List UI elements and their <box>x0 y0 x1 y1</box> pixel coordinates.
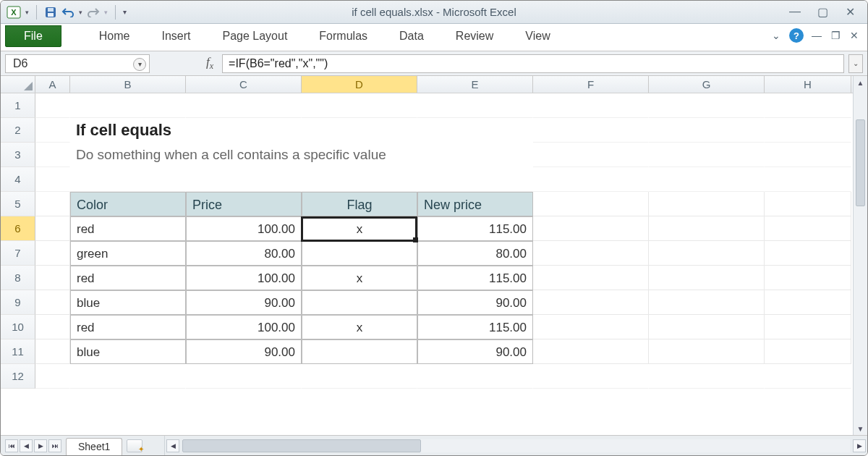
sheet-nav-first-icon[interactable]: ⏮ <box>5 439 18 452</box>
tab-insert[interactable]: Insert <box>145 24 206 51</box>
cell[interactable] <box>35 93 70 118</box>
workbook-minimize-icon[interactable]: — <box>811 30 822 41</box>
scroll-right-icon[interactable]: ▶ <box>853 439 866 452</box>
cell[interactable] <box>765 241 851 266</box>
cell[interactable] <box>533 167 649 192</box>
row-header-5[interactable]: 5 <box>1 192 35 216</box>
cell[interactable] <box>302 167 417 192</box>
cell[interactable] <box>417 93 533 118</box>
table-cell[interactable]: x <box>302 315 417 339</box>
col-header-A[interactable]: A <box>35 76 70 93</box>
table-cell[interactable]: 80.00 <box>417 241 533 266</box>
cell[interactable] <box>35 241 70 266</box>
row-header-11[interactable]: 11 <box>1 339 35 364</box>
table-cell[interactable] <box>302 241 417 266</box>
scroll-down-icon[interactable]: ▼ <box>854 422 867 435</box>
horizontal-scrollbar[interactable]: ◀ ▶ <box>164 436 867 455</box>
name-box[interactable]: D6 ▾ <box>5 54 150 73</box>
qat-dropdown-icon[interactable]: ▾ <box>25 9 29 16</box>
cell[interactable] <box>186 167 302 192</box>
table-cell[interactable]: blue <box>70 290 186 315</box>
table-cell[interactable]: 90.00 <box>186 339 302 364</box>
col-header-H[interactable]: H <box>765 76 851 93</box>
select-all-corner[interactable] <box>1 76 35 93</box>
tab-data[interactable]: Data <box>383 24 440 51</box>
spreadsheet-grid[interactable]: A B C D E F G H 1 2 If cell equals <box>1 76 867 435</box>
workbook-restore-icon[interactable]: ❐ <box>830 30 841 41</box>
col-header-C[interactable]: C <box>186 76 302 93</box>
name-box-dropdown-icon[interactable]: ▾ <box>133 58 146 71</box>
row-header-4[interactable]: 4 <box>1 167 35 192</box>
scroll-left-icon[interactable]: ◀ <box>166 439 179 452</box>
cell[interactable] <box>533 192 649 216</box>
col-header-E[interactable]: E <box>417 76 533 93</box>
cell[interactable] <box>533 143 649 167</box>
hscroll-track[interactable] <box>182 439 850 452</box>
vertical-scrollbar[interactable]: ▲ ▼ <box>853 76 867 435</box>
cell[interactable] <box>533 290 649 315</box>
tab-page-layout[interactable]: Page Layout <box>206 24 303 51</box>
table-cell[interactable]: red <box>70 216 186 241</box>
row-header-8[interactable]: 8 <box>1 266 35 290</box>
cell[interactable] <box>765 339 851 364</box>
sheet-title[interactable]: If cell equals <box>70 118 186 143</box>
cell[interactable] <box>533 364 649 389</box>
table-cell[interactable] <box>302 290 417 315</box>
cell[interactable] <box>302 118 417 143</box>
cell[interactable] <box>186 93 302 118</box>
cell[interactable] <box>302 143 417 167</box>
table-header-newprice[interactable]: New price <box>417 192 533 216</box>
sheet-nav-last-icon[interactable]: ⏭ <box>48 439 61 452</box>
cell[interactable] <box>765 93 851 118</box>
cell[interactable] <box>765 192 851 216</box>
table-cell[interactable]: x <box>302 216 417 241</box>
table-header-color[interactable]: Color <box>70 192 186 216</box>
table-cell[interactable]: 90.00 <box>417 339 533 364</box>
row-header-3[interactable]: 3 <box>1 143 35 167</box>
table-cell[interactable]: 100.00 <box>186 216 302 241</box>
scroll-up-icon[interactable]: ▲ <box>854 76 867 89</box>
cell[interactable] <box>649 93 765 118</box>
tab-formulas[interactable]: Formulas <box>303 24 383 51</box>
table-cell[interactable]: 80.00 <box>186 241 302 266</box>
table-cell[interactable]: 115.00 <box>417 216 533 241</box>
minimize-ribbon-icon[interactable]: ⌄ <box>770 30 782 41</box>
cell[interactable] <box>35 364 70 389</box>
hscroll-thumb[interactable] <box>182 439 421 452</box>
cell[interactable] <box>649 364 765 389</box>
cell[interactable] <box>533 118 649 143</box>
formula-expand-icon[interactable]: ⌄ <box>848 54 863 73</box>
table-cell[interactable]: red <box>70 315 186 339</box>
redo-icon[interactable] <box>87 7 100 17</box>
file-tab[interactable]: File <box>5 25 61 47</box>
col-header-G[interactable]: G <box>649 76 765 93</box>
table-cell[interactable]: green <box>70 241 186 266</box>
cell[interactable] <box>417 167 533 192</box>
row-header-2[interactable]: 2 <box>1 118 35 143</box>
table-cell[interactable] <box>302 339 417 364</box>
table-cell[interactable]: 100.00 <box>186 266 302 290</box>
formula-input[interactable]: =IF(B6="red","x","") <box>222 54 844 73</box>
cell[interactable] <box>765 315 851 339</box>
close-icon[interactable]: ✕ <box>843 5 857 19</box>
table-cell[interactable]: x <box>302 266 417 290</box>
redo-dropdown-icon[interactable]: ▾ <box>104 9 108 16</box>
help-icon[interactable]: ? <box>789 28 804 43</box>
row-header-9[interactable]: 9 <box>1 290 35 315</box>
cell[interactable] <box>186 143 302 167</box>
new-sheet-icon[interactable] <box>127 439 142 452</box>
row-header-7[interactable]: 7 <box>1 241 35 266</box>
col-header-D[interactable]: D <box>302 76 417 93</box>
cell[interactable] <box>417 118 533 143</box>
cell[interactable] <box>35 315 70 339</box>
cell[interactable] <box>765 364 851 389</box>
undo-dropdown-icon[interactable]: ▾ <box>79 9 82 16</box>
cell[interactable] <box>649 315 765 339</box>
cell[interactable] <box>35 167 70 192</box>
cell[interactable] <box>765 216 851 241</box>
col-header-B[interactable]: B <box>70 76 186 93</box>
cell[interactable] <box>302 93 417 118</box>
table-cell[interactable]: 115.00 <box>417 315 533 339</box>
cell[interactable] <box>70 93 186 118</box>
col-header-F[interactable]: F <box>533 76 649 93</box>
